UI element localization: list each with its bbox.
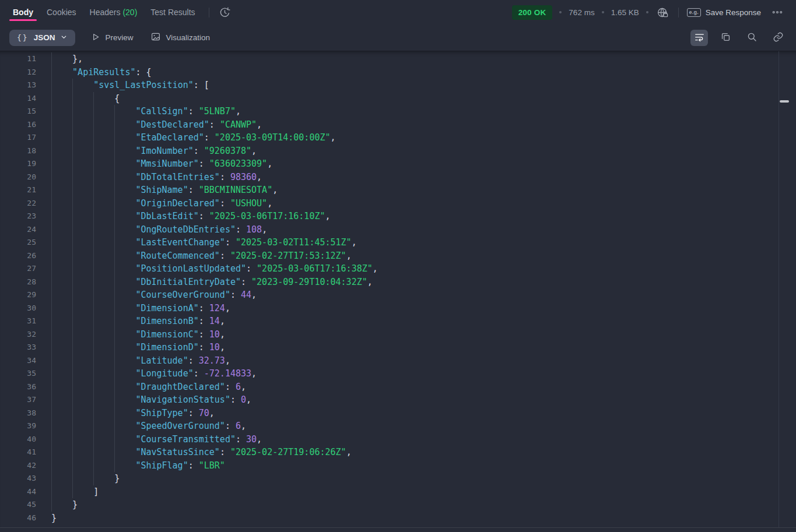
line-number: 41 xyxy=(0,446,36,459)
indent-guide xyxy=(72,315,93,328)
tab-body-label: Body xyxy=(13,8,33,17)
indent-guide xyxy=(72,380,93,394)
indent-guide xyxy=(72,131,93,145)
save-response-button[interactable]: e.g. Save Response xyxy=(687,8,761,17)
indent-guide xyxy=(114,210,135,223)
indent-guide xyxy=(114,236,135,249)
indent-guide xyxy=(114,341,135,354)
indent-guide xyxy=(93,92,114,105)
indent-guide xyxy=(72,92,93,105)
wrap-lines-button[interactable] xyxy=(690,30,708,46)
code-line: 25"LastEventChange": "2025-03-02T11:45:5… xyxy=(0,236,796,249)
save-as-example-icon: e.g. xyxy=(687,8,701,17)
preview-button[interactable]: Preview xyxy=(90,32,133,44)
indent-guide xyxy=(72,420,93,433)
format-select-dropdown[interactable]: {} JSON xyxy=(9,30,75,46)
line-number: 11 xyxy=(0,52,36,66)
indent-guide xyxy=(72,210,93,223)
code-line: 23"DbLastEdit": "2025-03-06T17:16:10Z", xyxy=(0,210,796,223)
more-options-button[interactable] xyxy=(770,5,784,19)
line-number: 28 xyxy=(0,276,36,289)
indent-guide xyxy=(114,446,135,459)
tab-cookies[interactable]: Cookies xyxy=(45,2,78,23)
indent-guide xyxy=(114,367,135,380)
visualization-button[interactable]: Visualization xyxy=(150,31,210,44)
indent-guide xyxy=(51,420,72,433)
code-line: 37"NavigationStatus": 0, xyxy=(0,393,796,407)
indent-guide xyxy=(51,66,72,79)
copy-link-button[interactable] xyxy=(769,30,787,46)
indent-guide xyxy=(51,79,72,92)
code-line: 19"MmsiNumber": "636023309", xyxy=(0,157,796,171)
image-icon xyxy=(150,31,161,44)
scrollbar-thumb[interactable] xyxy=(780,100,789,103)
indent-guide xyxy=(72,485,93,499)
tab-body[interactable]: Body xyxy=(12,2,34,23)
code-line: 38"ShipType": 70, xyxy=(0,407,796,420)
preview-label: Preview xyxy=(105,33,133,42)
response-history-button[interactable] xyxy=(218,5,232,20)
line-number: 42 xyxy=(0,459,36,473)
indent-guide xyxy=(51,485,72,499)
tab-test-results[interactable]: Test Results xyxy=(149,2,196,23)
code-line: 27"PositionLastUpdated": "2025-03-06T17:… xyxy=(0,262,796,276)
headers-count-badge: (20) xyxy=(122,8,137,17)
indent-guide xyxy=(93,262,114,276)
visualization-label: Visualization xyxy=(166,33,210,42)
editor-actions xyxy=(690,30,787,46)
json-body-editor[interactable]: 11},12"ApiResults": {13"svsl_LastPositio… xyxy=(0,51,796,528)
line-number: 17 xyxy=(0,131,36,145)
play-icon xyxy=(90,32,100,44)
code-line: 42"ShipFlag": "LBR" xyxy=(0,459,796,473)
copy-icon xyxy=(720,31,731,44)
line-number: 30 xyxy=(0,302,36,315)
line-number: 22 xyxy=(0,197,36,210)
indent-guide xyxy=(114,118,135,132)
indent-guide xyxy=(93,367,114,380)
code-line: 18"ImoNumber": "9260378", xyxy=(0,145,796,158)
tab-headers-label: Headers xyxy=(90,8,121,17)
panel-bottom-edge xyxy=(0,528,796,532)
indent-guide xyxy=(51,276,72,289)
indent-guide xyxy=(72,249,93,263)
response-status-group: 200 OK 762 ms 1.65 KB xyxy=(512,5,784,20)
code-line: 30"DimensionA": 124, xyxy=(0,302,796,315)
indent-guide xyxy=(72,276,93,289)
indent-guide xyxy=(72,79,93,92)
line-number: 21 xyxy=(0,184,36,197)
copy-button[interactable] xyxy=(717,30,734,46)
indent-guide xyxy=(51,262,72,276)
indent-guide xyxy=(114,315,135,328)
indent-guide xyxy=(114,328,135,341)
line-number: 33 xyxy=(0,341,36,354)
indent-guide xyxy=(51,407,72,420)
indent-guide xyxy=(51,472,72,485)
line-number: 32 xyxy=(0,328,36,341)
indent-guide xyxy=(72,184,93,197)
indent-guide xyxy=(114,433,135,446)
code-line: 36"DraughtDeclared": 6, xyxy=(0,380,796,394)
indent-guide xyxy=(72,105,93,118)
indent-guide xyxy=(51,315,72,328)
code-line: 13"svsl_LastPosition": [ xyxy=(0,79,796,92)
tab-headers[interactable]: Headers (20) xyxy=(89,2,139,23)
history-clock-icon xyxy=(219,6,231,19)
indent-guide xyxy=(93,459,114,473)
network-info-button[interactable] xyxy=(655,5,670,20)
indent-guide xyxy=(93,131,114,145)
line-number: 36 xyxy=(0,380,36,394)
code-line: 11}, xyxy=(0,52,796,66)
indent-guide xyxy=(51,341,72,354)
indent-guide xyxy=(72,223,93,237)
search-button[interactable] xyxy=(743,30,760,46)
code-line: 14{ xyxy=(0,92,796,105)
indent-guide xyxy=(51,393,72,407)
indent-guide xyxy=(93,249,114,263)
divider xyxy=(209,8,209,17)
line-number: 45 xyxy=(0,498,36,512)
indent-guide xyxy=(72,393,93,407)
indent-guide xyxy=(72,367,93,380)
code-line: 28"DbInitialEntryDate": "2023-09-29T10:0… xyxy=(0,276,796,289)
indent-guide xyxy=(93,171,114,184)
line-number: 31 xyxy=(0,315,36,328)
